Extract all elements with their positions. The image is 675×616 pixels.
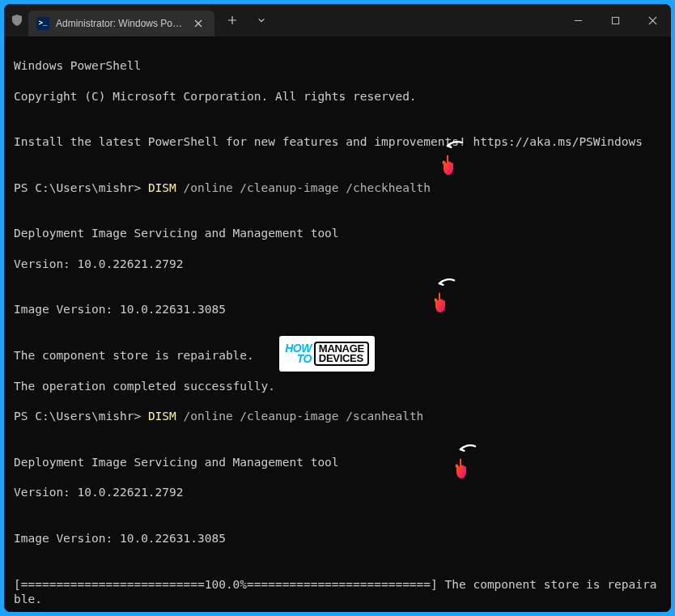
output-line: Deployment Image Servicing and Managemen… (14, 226, 661, 241)
terminal-output[interactable]: Windows PowerShell Copyright (C) Microso… (4, 36, 671, 612)
powershell-icon: >_ (36, 17, 49, 30)
output-line: Windows PowerShell (14, 58, 661, 74)
output-line: Install the latest PowerShell for new fe… (14, 134, 661, 150)
tab-close-button[interactable] (190, 15, 206, 32)
prompt-line: PS C:\Users\mishr> DISM /online /cleanup… (14, 181, 661, 196)
watermark-logo: HOW TO MANAGE DEVICES (279, 336, 375, 372)
output-line: [==========================100.0%=======… (14, 577, 661, 608)
output-line: Deployment Image Servicing and Managemen… (14, 455, 661, 470)
output-line: Version: 10.0.22621.2792 (14, 257, 661, 272)
tab-dropdown-button[interactable] (248, 7, 274, 33)
terminal-window: >_ Administrator: Windows Powe (4, 4, 671, 612)
watermark-text: TO (297, 354, 312, 364)
output-line: Copyright (C) Microsoft Corporation. All… (14, 89, 661, 104)
svg-rect-0 (612, 17, 618, 23)
tab-actions (219, 7, 274, 33)
close-button[interactable] (634, 4, 671, 36)
output-line: The operation completed successfully. (14, 379, 661, 394)
maximize-button[interactable] (596, 4, 634, 36)
output-line: Version: 10.0.22621.2792 (14, 485, 661, 500)
output-line: Image Version: 10.0.22631.3085 (14, 531, 661, 546)
minimize-button[interactable] (559, 4, 596, 36)
window-controls (559, 4, 671, 36)
pointer-annotation-icon (439, 146, 464, 178)
watermark-text: DEVICES (319, 354, 364, 363)
tab-title: Administrator: Windows Powe (56, 18, 184, 29)
output-line: Image Version: 10.0.22631.3085 (14, 302, 661, 317)
new-tab-button[interactable] (219, 7, 245, 33)
titlebar: >_ Administrator: Windows Powe (4, 4, 671, 36)
prompt-line: PS C:\Users\mishr> DISM /online /cleanup… (14, 409, 661, 424)
tab-powershell[interactable]: >_ Administrator: Windows Powe (28, 11, 214, 36)
shield-icon (11, 14, 23, 27)
